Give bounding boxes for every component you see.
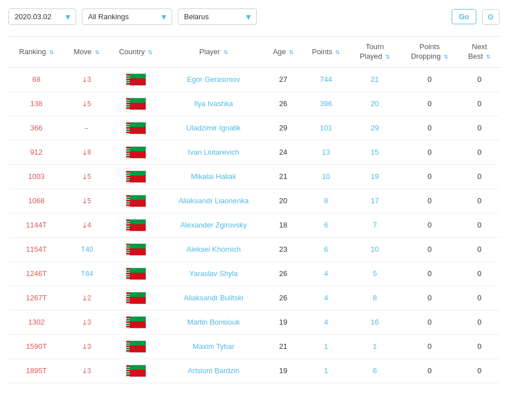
points-link[interactable]: 8: [324, 196, 328, 205]
points-link[interactable]: 6: [324, 245, 328, 253]
cell-tourn-played[interactable]: 17: [350, 189, 400, 213]
cell-points[interactable]: 101: [303, 116, 350, 140]
cell-points[interactable]: 10: [303, 164, 350, 189]
points-link[interactable]: 396: [320, 99, 332, 108]
sort-icon-points[interactable]: ⇅: [335, 49, 340, 55]
tourn-played-link[interactable]: 19: [371, 172, 379, 181]
cell-points[interactable]: 4: [303, 261, 350, 286]
ranking-dropdown[interactable]: All Rankings: [82, 8, 172, 25]
player-link[interactable]: Egor Gerasimov: [187, 75, 240, 84]
cell-points[interactable]: 13: [303, 140, 350, 164]
player-link[interactable]: Ivan Liutarevich: [188, 148, 239, 156]
cell-tourn-played[interactable]: 20: [350, 91, 400, 116]
tourn-played-link[interactable]: 20: [371, 99, 379, 108]
cell-points[interactable]: 8: [303, 189, 350, 213]
cell-tourn-played[interactable]: 19: [350, 164, 400, 189]
cell-tourn-played[interactable]: 6: [350, 358, 400, 383]
cell-tourn-played[interactable]: 8: [350, 286, 400, 310]
settings-button[interactable]: ⚙: [482, 9, 500, 25]
player-link[interactable]: Aleksei Khomich: [186, 245, 240, 253]
cell-tourn-played[interactable]: 15: [350, 140, 400, 164]
player-link[interactable]: Artsiom Bardzin: [187, 366, 239, 375]
player-link[interactable]: Mikalai Haliak: [191, 172, 236, 181]
cell-player[interactable]: Egor Gerasimov: [163, 67, 264, 91]
sort-icon-tourn-played[interactable]: ⇅: [386, 54, 390, 60]
tourn-played-link[interactable]: 29: [371, 124, 379, 132]
cell-player[interactable]: Aliaksandr Liaonenka: [163, 189, 264, 213]
points-link[interactable]: 744: [320, 75, 332, 84]
cell-player[interactable]: Aliaksandr Bulitski: [163, 286, 264, 310]
tourn-played-link[interactable]: 7: [373, 221, 376, 229]
cell-player[interactable]: Uladzimir Ignatik: [163, 116, 264, 140]
cell-country: [108, 91, 163, 116]
cell-points[interactable]: 4: [303, 286, 350, 310]
cell-tourn-played[interactable]: 5: [350, 261, 400, 286]
player-link[interactable]: Maxim Tybar: [192, 342, 234, 351]
points-link[interactable]: 4: [324, 318, 328, 326]
cell-points[interactable]: 1: [303, 358, 350, 383]
cell-player[interactable]: Alexander Zgirovsky: [163, 213, 264, 237]
player-link[interactable]: Aliaksandr Bulitski: [184, 294, 244, 302]
player-link[interactable]: Alexander Zgirovsky: [180, 221, 247, 229]
country-dropdown[interactable]: Belarus: [178, 8, 257, 25]
cell-tourn-played[interactable]: 10: [350, 237, 400, 261]
flag-belarus: [126, 73, 146, 86]
tourn-played-link[interactable]: 16: [371, 318, 379, 326]
sort-icon-move[interactable]: ⇅: [95, 49, 99, 55]
cell-player[interactable]: Martin Borisiouk: [163, 310, 264, 334]
points-link[interactable]: 1: [324, 342, 328, 351]
points-link[interactable]: 4: [324, 269, 328, 278]
cell-player[interactable]: Mikalai Haliak: [163, 164, 264, 189]
cell-points[interactable]: 6: [303, 213, 350, 237]
flag-belarus: [126, 292, 146, 304]
cell-ranking: 1068: [8, 189, 64, 213]
points-link[interactable]: 6: [324, 221, 328, 229]
cell-player[interactable]: Maxim Tybar: [163, 334, 264, 358]
player-link[interactable]: Yaraslav Shyla: [189, 269, 238, 278]
cell-points[interactable]: 744: [303, 67, 350, 91]
player-link[interactable]: Ilya Ivashka: [194, 99, 233, 108]
tourn-played-link[interactable]: 6: [373, 366, 376, 375]
cell-tourn-played[interactable]: 29: [350, 116, 400, 140]
tourn-played-link[interactable]: 8: [373, 294, 376, 302]
cell-points[interactable]: 1: [303, 334, 350, 358]
points-link[interactable]: 101: [320, 124, 332, 132]
cell-country: [108, 310, 163, 334]
points-link[interactable]: 10: [322, 172, 330, 181]
sort-icon-ranking[interactable]: ⇅: [49, 49, 54, 55]
tourn-played-link[interactable]: 17: [371, 196, 379, 205]
sort-icon-age[interactable]: ⇅: [289, 49, 294, 55]
points-link[interactable]: 1: [324, 366, 328, 375]
player-link[interactable]: Aliaksandr Liaonenka: [178, 196, 248, 205]
tourn-played-link[interactable]: 5: [373, 269, 376, 278]
sort-icon-next-best[interactable]: ⇅: [486, 54, 491, 60]
cell-tourn-played[interactable]: 21: [350, 67, 400, 91]
go-button[interactable]: Go: [452, 9, 476, 24]
cell-player[interactable]: Aleksei Khomich: [163, 237, 264, 261]
player-link[interactable]: Martin Borisiouk: [187, 318, 240, 326]
sort-icon-points-dropping[interactable]: ⇅: [444, 54, 448, 60]
cell-tourn-played[interactable]: 16: [350, 310, 400, 334]
cell-player[interactable]: Ivan Liutarevich: [163, 140, 264, 164]
cell-player[interactable]: Ilya Ivashka: [163, 91, 264, 116]
points-link[interactable]: 4: [324, 294, 328, 302]
cell-player[interactable]: Artsiom Bardzin: [163, 358, 264, 383]
move-up-icon: ⤒84: [80, 270, 93, 278]
date-dropdown[interactable]: 2020.03.02: [8, 8, 76, 25]
cell-tourn-played[interactable]: 7: [350, 213, 400, 237]
cell-player[interactable]: Yaraslav Shyla: [163, 261, 264, 286]
cell-ranking: 1144T: [8, 213, 64, 237]
sort-icon-player[interactable]: ⇅: [224, 49, 228, 55]
sort-icon-country[interactable]: ⇅: [148, 49, 152, 55]
cell-age: 23: [264, 237, 302, 261]
cell-tourn-played[interactable]: 1: [350, 334, 400, 358]
points-link[interactable]: 13: [322, 148, 330, 156]
cell-points[interactable]: 6: [303, 237, 350, 261]
tourn-played-link[interactable]: 1: [373, 342, 376, 351]
tourn-played-link[interactable]: 15: [371, 148, 379, 156]
cell-points[interactable]: 4: [303, 310, 350, 334]
tourn-played-link[interactable]: 21: [371, 75, 379, 84]
player-link[interactable]: Uladzimir Ignatik: [186, 124, 240, 132]
cell-points[interactable]: 396: [303, 91, 350, 116]
tourn-played-link[interactable]: 10: [371, 245, 379, 253]
